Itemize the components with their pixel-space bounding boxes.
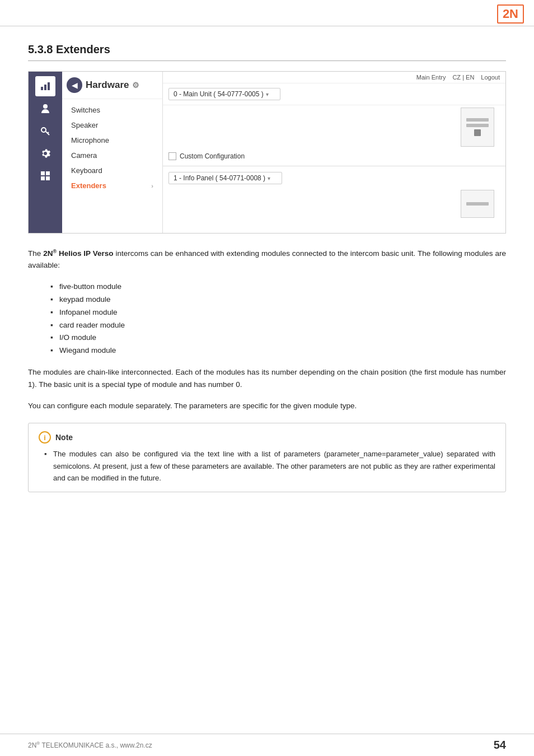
logout-link[interactable]: Logout bbox=[481, 74, 500, 81]
note-icon: i bbox=[39, 431, 51, 444]
note-box: i Note The modules can also be configure… bbox=[28, 423, 506, 492]
paragraph-2: The modules are chain-like interconnecte… bbox=[28, 366, 506, 390]
content-panel: Main Entry CZ | EN Logout 0 - Main Unit … bbox=[163, 72, 505, 233]
nav-title: Hardware ⚙ bbox=[86, 80, 139, 91]
nav-item-camera[interactable]: Camera bbox=[62, 148, 162, 163]
nav-item-label: Camera bbox=[71, 151, 97, 160]
sidebar-icon-gear[interactable] bbox=[35, 143, 55, 164]
device-0-label: 0 - Main Unit ( 54-0777-0005 ) bbox=[174, 90, 264, 98]
nav-gear-icon: ⚙ bbox=[132, 81, 139, 90]
svg-rect-2 bbox=[48, 82, 50, 90]
sidebar-icon-key[interactable] bbox=[35, 121, 55, 141]
list-item: Wiegand module bbox=[50, 344, 506, 357]
content-topbar: Main Entry CZ | EN Logout bbox=[163, 72, 505, 83]
nav-items-list: Switches Speaker Microphone Camera Keybo… bbox=[62, 99, 162, 197]
device-0-image-area bbox=[163, 105, 505, 149]
sidebar-icon-person[interactable] bbox=[35, 99, 55, 119]
list-item: card reader module bbox=[50, 319, 506, 332]
list-item: keypad module bbox=[50, 293, 506, 306]
back-button[interactable]: ◀ bbox=[67, 77, 82, 93]
device-1-dropdown[interactable]: 1 - Info Panel ( 54-0771-0008 ) bbox=[168, 172, 282, 184]
svg-rect-0 bbox=[41, 87, 43, 90]
svg-rect-8 bbox=[46, 176, 50, 180]
nav-item-keyboard[interactable]: Keyboard bbox=[62, 163, 162, 178]
main-entry-link[interactable]: Main Entry bbox=[416, 74, 446, 81]
paragraph-3: You can configure each module separately… bbox=[28, 400, 506, 412]
svg-point-3 bbox=[43, 104, 48, 109]
footer: 2N® TELEKOMUNIKACE a.s., www.2n.cz 54 bbox=[0, 734, 534, 756]
device-selector-1: 1 - Info Panel ( 54-0771-0008 ) bbox=[163, 169, 505, 188]
nav-item-microphone[interactable]: Microphone bbox=[62, 133, 162, 148]
nav-item-label: Extenders bbox=[71, 181, 106, 190]
note-header: i Note bbox=[39, 431, 495, 444]
logo: 2N bbox=[497, 4, 524, 24]
ui-screenshot: ◀ Hardware ⚙ Switches Speaker Microphone… bbox=[28, 71, 506, 234]
note-bullets: The modules can also be configured via t… bbox=[44, 448, 495, 484]
note-label: Note bbox=[55, 433, 73, 442]
brand-name: 2N® Helios IP Verso bbox=[43, 249, 113, 258]
custom-config-checkbox[interactable] bbox=[168, 152, 176, 160]
nav-item-extenders[interactable]: Extenders › bbox=[62, 178, 162, 193]
svg-rect-7 bbox=[41, 176, 45, 180]
device-line-2 bbox=[466, 124, 489, 127]
nav-item-label: Keyboard bbox=[71, 166, 102, 175]
sidebar-icon-grid[interactable] bbox=[35, 166, 55, 186]
list-item: five-button module bbox=[50, 281, 506, 293]
device-line-1 bbox=[466, 118, 489, 122]
sidebar-icon-stats[interactable] bbox=[35, 76, 55, 96]
device-1-label: 1 - Info Panel ( 54-0771-0008 ) bbox=[174, 174, 265, 182]
top-bar: 2N bbox=[0, 0, 534, 26]
section-heading: 5.3.8 Extenders bbox=[28, 43, 506, 61]
device-0-dropdown[interactable]: 0 - Main Unit ( 54-0777-0005 ) bbox=[168, 88, 280, 100]
nav-item-label: Microphone bbox=[71, 136, 109, 144]
modules-list: five-button module keypad module Infopan… bbox=[50, 281, 506, 358]
custom-config-label: Custom Configuration bbox=[180, 152, 245, 160]
nav-item-switches[interactable]: Switches bbox=[62, 102, 162, 118]
nav-header: ◀ Hardware ⚙ bbox=[62, 72, 162, 99]
nav-panel: ◀ Hardware ⚙ Switches Speaker Microphone… bbox=[62, 72, 163, 233]
device-square bbox=[474, 129, 481, 136]
footer-company-text: TELEKOMUNIKACE a.s., www.2n.cz bbox=[41, 741, 152, 749]
note-item: The modules can also be configured via t… bbox=[44, 448, 495, 484]
nav-item-label: Switches bbox=[71, 106, 100, 114]
custom-config-row: Custom Configuration bbox=[163, 149, 505, 164]
footer-page-number: 54 bbox=[494, 739, 506, 752]
chevron-right-icon: › bbox=[151, 183, 153, 189]
footer-company: 2N® TELEKOMUNIKACE a.s., www.2n.cz bbox=[28, 741, 152, 749]
list-item: Infopanel module bbox=[50, 306, 506, 319]
svg-point-4 bbox=[41, 128, 46, 132]
device2-line-1 bbox=[466, 202, 489, 206]
device-1-image bbox=[461, 190, 494, 218]
list-item: I/O module bbox=[50, 332, 506, 344]
sidebar bbox=[29, 72, 62, 233]
nav-item-speaker[interactable]: Speaker bbox=[62, 118, 162, 133]
svg-rect-1 bbox=[44, 85, 46, 90]
hardware-label: Hardware bbox=[86, 80, 129, 91]
main-content: 5.3.8 Extenders bbox=[0, 26, 534, 515]
device-0-image bbox=[461, 108, 494, 147]
intro-paragraph: The 2N® Helios IP Verso intercoms can be… bbox=[28, 247, 506, 272]
device-1-image-area bbox=[163, 188, 505, 220]
device-selector-0: 0 - Main Unit ( 54-0777-0005 ) bbox=[163, 83, 505, 105]
nav-item-label: Speaker bbox=[71, 121, 98, 129]
divider bbox=[163, 166, 505, 166]
lang-link[interactable]: CZ | EN bbox=[452, 74, 474, 81]
svg-rect-6 bbox=[46, 171, 50, 175]
svg-rect-5 bbox=[41, 171, 45, 175]
